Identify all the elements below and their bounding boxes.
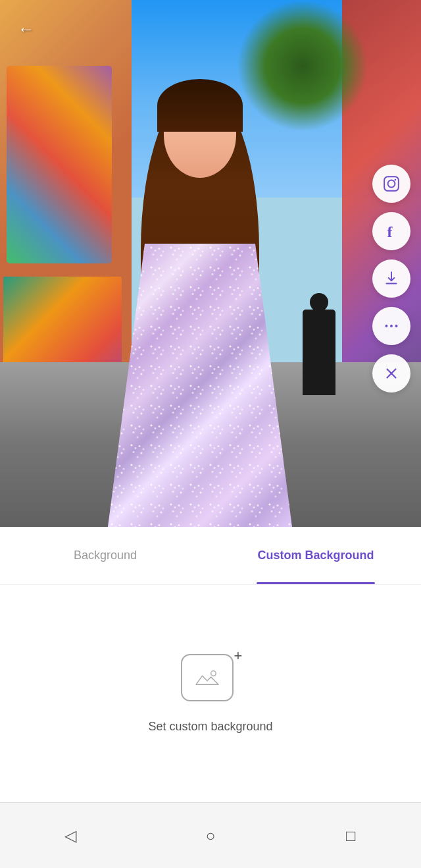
instagram-button[interactable] [372, 165, 410, 203]
facebook-icon: f [383, 223, 400, 240]
nav-home-button[interactable]: ○ [184, 816, 237, 855]
more-options-button[interactable] [372, 307, 410, 345]
back-button[interactable]: ← [13, 16, 39, 42]
svg-point-7 [211, 670, 216, 676]
add-background-button[interactable]: + [181, 654, 240, 707]
bottom-nav-bar: ◁ ○ □ [0, 802, 421, 868]
svg-point-4 [385, 325, 387, 327]
plus-icon: + [230, 647, 247, 665]
image-frame-inner [193, 667, 221, 688]
svg-point-2 [395, 179, 397, 181]
tab-background-label: Background [74, 548, 137, 563]
nav-back-icon: ◁ [64, 827, 76, 845]
action-buttons-panel: f [372, 165, 410, 393]
close-button[interactable] [372, 354, 410, 393]
back-arrow-icon: ← [18, 20, 35, 38]
download-button[interactable] [372, 259, 410, 298]
main-subject [95, 66, 305, 527]
instagram-icon [383, 175, 400, 192]
download-icon [383, 270, 400, 287]
svg-text:f: f [387, 223, 393, 240]
content-area: + Set custom background [0, 585, 421, 802]
nav-back-button[interactable]: ◁ [44, 816, 97, 855]
svg-point-1 [388, 180, 395, 188]
nav-recent-button[interactable]: □ [324, 816, 377, 855]
tab-active-indicator [257, 582, 375, 584]
hair-top [157, 79, 243, 132]
set-background-label: Set custom background [148, 720, 272, 734]
tabs-bar: Background Custom Background [0, 527, 421, 585]
image-placeholder-icon [193, 667, 221, 688]
nav-home-icon: ○ [206, 827, 216, 845]
nav-recent-icon: □ [346, 827, 356, 845]
svg-rect-0 [384, 176, 399, 191]
bg-person-head [310, 293, 328, 312]
facebook-button[interactable]: f [372, 212, 410, 250]
photo-area [0, 0, 421, 527]
tab-custom-background[interactable]: Custom Background [210, 527, 421, 584]
image-frame-icon [181, 654, 234, 701]
tab-background[interactable]: Background [0, 527, 210, 584]
dress [108, 244, 292, 527]
svg-point-6 [395, 325, 398, 327]
svg-point-5 [390, 325, 393, 327]
ellipsis-icon [383, 317, 400, 335]
background-person [303, 310, 335, 395]
close-icon [383, 365, 400, 382]
tab-custom-background-label: Custom Background [257, 548, 374, 563]
